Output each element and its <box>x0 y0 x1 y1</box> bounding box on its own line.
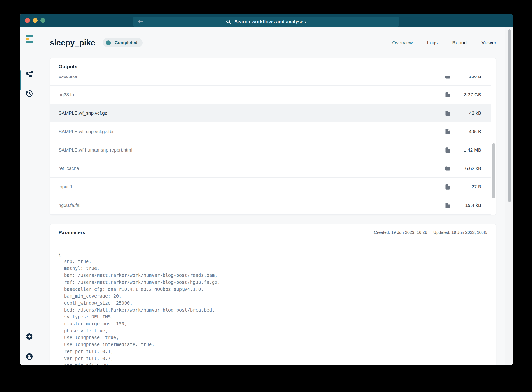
sidebar <box>20 27 39 365</box>
window-zoom-button[interactable] <box>40 18 45 23</box>
page-nav: Overview Logs Report Viewer <box>392 40 496 46</box>
tab-viewer[interactable]: Viewer <box>481 40 496 46</box>
file-size: 405 B <box>460 129 481 134</box>
file-name: SAMPLE.wf_snp.vcf.gz.tbi <box>59 129 444 134</box>
file-name: execution <box>59 75 444 79</box>
parameters-card-header: Parameters Created: 19 Jun 2023, 16:28 U… <box>50 224 496 241</box>
logo-bar-bottom <box>26 41 33 43</box>
sidebar-item-settings[interactable] <box>20 332 39 341</box>
file-size: 42 kB <box>460 111 481 116</box>
workflow-icon <box>25 70 33 78</box>
main-scrollbar-thumb[interactable] <box>508 29 511 202</box>
created-timestamp: Created: 19 Jun 2023, 16:28 <box>374 230 427 235</box>
file-size: 100 B <box>460 75 481 79</box>
file-size: 19.4 kB <box>460 203 481 208</box>
file-icon <box>444 184 451 190</box>
outputs-scrollbar-thumb[interactable] <box>492 143 495 198</box>
search-icon <box>226 19 231 24</box>
tab-logs[interactable]: Logs <box>427 40 438 46</box>
output-row-snp-report[interactable]: SAMPLE.wf-human-snp-report.html 1.42 MB <box>50 141 491 159</box>
status-label: Completed <box>115 40 137 45</box>
folder-icon <box>444 75 451 79</box>
page-title: sleepy_pike <box>50 38 95 47</box>
search-placeholder: Search workflows and analyses <box>234 19 306 24</box>
outputs-card-header: Outputs <box>50 58 496 75</box>
tab-report[interactable]: Report <box>452 40 467 46</box>
output-row-execution[interactable]: execution 100 B <box>50 75 491 86</box>
file-size: 3.27 GB <box>460 92 481 98</box>
main-content: sleepy_pike Completed Overview Logs Repo… <box>39 27 513 365</box>
file-icon <box>444 92 451 98</box>
user-icon <box>25 353 33 360</box>
file-name: input.1 <box>59 184 444 190</box>
file-name: SAMPLE.wf-human-snp-report.html <box>59 147 444 153</box>
page-header: sleepy_pike Completed Overview Logs Repo… <box>50 36 496 50</box>
file-icon <box>444 202 451 209</box>
file-size: 1.42 MB <box>460 147 481 153</box>
output-row-hg38-fa[interactable]: hg38.fa 3.27 GB <box>50 86 491 104</box>
gear-icon <box>25 332 33 341</box>
back-button[interactable] <box>136 18 145 25</box>
sidebar-active-indicator <box>20 70 21 90</box>
main-scrollbar-track[interactable] <box>505 27 513 365</box>
sidebar-item-workflows[interactable] <box>20 70 39 78</box>
file-icon <box>444 128 451 135</box>
output-row-hg38-fai[interactable]: hg38.fa.fai 19.4 kB <box>50 196 491 215</box>
file-name: SAMPLE.wf_snp.vcf.gz <box>59 111 444 116</box>
status-dot-icon <box>106 40 111 45</box>
output-row-input-1[interactable]: input.1 27 B <box>50 178 491 196</box>
file-name: hg38.fa.fai <box>59 203 444 208</box>
file-name: ref_cache <box>59 166 444 171</box>
file-icon <box>444 147 451 153</box>
status-badge: Completed <box>103 38 143 47</box>
logo-bar-top <box>26 34 33 37</box>
window-minimize-button[interactable] <box>33 18 38 23</box>
outputs-heading: Outputs <box>59 64 77 69</box>
file-name: hg38.fa <box>59 92 444 98</box>
app-logo <box>20 34 39 43</box>
updated-timestamp: Updated: 19 Jun 2023, 16:45 <box>433 230 487 235</box>
search-input[interactable]: Search workflows and analyses <box>133 17 399 27</box>
folder-icon <box>444 165 451 172</box>
parameters-json: { snp: true, methyl: true, bam: /Users/M… <box>59 251 487 365</box>
outputs-card: Outputs execution 100 B hg38.fa 3.27 GB <box>50 58 496 215</box>
app-window: Search workflows and analyses <box>20 14 513 365</box>
output-row-ref-cache[interactable]: ref_cache 6.62 kB <box>50 159 491 178</box>
file-size: 27 B <box>460 184 481 190</box>
window-close-button[interactable] <box>25 18 30 23</box>
sidebar-item-history[interactable] <box>20 89 39 98</box>
history-icon <box>25 89 33 98</box>
output-row-sample-vcf[interactable]: SAMPLE.wf_snp.vcf.gz 42 kB <box>50 104 491 122</box>
sidebar-item-account[interactable] <box>20 353 39 360</box>
output-row-sample-vcf-tbi[interactable]: SAMPLE.wf_snp.vcf.gz.tbi 405 B <box>50 122 491 141</box>
tab-overview[interactable]: Overview <box>392 40 413 46</box>
back-arrow-icon <box>137 19 144 24</box>
file-size: 6.62 kB <box>460 166 481 171</box>
file-icon <box>444 110 451 116</box>
parameters-heading: Parameters <box>59 230 85 235</box>
title-bar: Search workflows and analyses <box>20 14 513 27</box>
outputs-list: execution 100 B hg38.fa 3.27 GB SAMPLE.w… <box>50 75 491 215</box>
parameters-card: Parameters Created: 19 Jun 2023, 16:28 U… <box>50 224 496 365</box>
logo-square-yellow <box>26 38 29 40</box>
